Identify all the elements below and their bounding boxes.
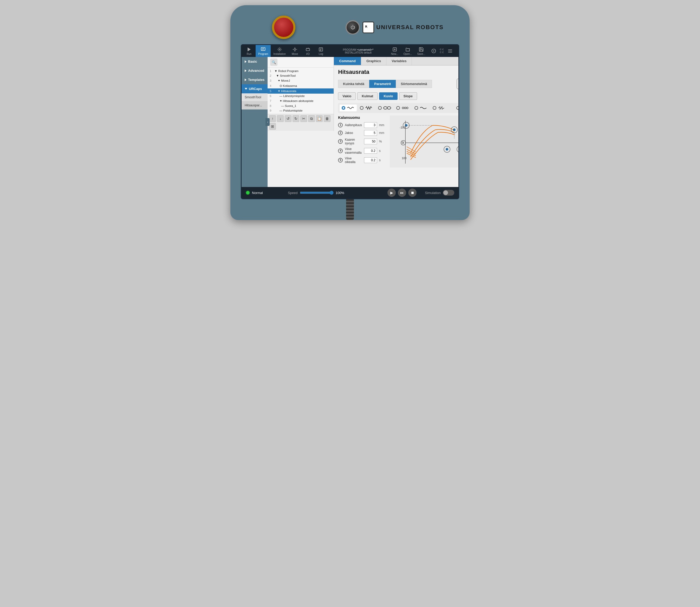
nav-new-btn[interactable]: New... bbox=[389, 46, 400, 56]
tree-row[interactable]: 7 ✦ Hitsauksen aloituspiste bbox=[268, 98, 334, 104]
tree-toolbar: ↑ ↓ ↺ ↻ ✂ ⧉ 📋 🗑 ⊞ bbox=[268, 114, 334, 131]
tree-row[interactable]: 1 ▼ Robot Program bbox=[268, 69, 334, 74]
tab-command[interactable]: Command bbox=[334, 57, 361, 65]
param-num-2: 2 bbox=[338, 130, 343, 135]
param-row-4: 4 Viive vasemmalla s bbox=[338, 147, 385, 154]
param-label-5: Viive oikealla bbox=[345, 156, 362, 164]
svg-text:5: 5 bbox=[459, 148, 459, 151]
tree-move-up-btn[interactable]: ↑ bbox=[269, 115, 276, 122]
param-num-4: 4 bbox=[338, 148, 343, 153]
ur-logo-area: ᴿ UNIVERSAL ROBOTS bbox=[362, 22, 444, 33]
tablet-top-section: ⏻ ᴿ UNIVERSAL ROBOTS bbox=[241, 13, 459, 44]
tree-copy-btn[interactable]: ⧉ bbox=[308, 115, 315, 122]
tree-row[interactable]: 8 — Suora_1 bbox=[268, 104, 334, 108]
sub-tab-parameters[interactable]: Parametrit bbox=[369, 80, 396, 88]
tablet-device: ⏻ ᴿ UNIVERSAL ROBOTS Run bbox=[230, 5, 470, 220]
smooth-robotics-logo: Smooth Robotics bbox=[457, 79, 459, 89]
sidebar-item-advanced[interactable]: Advanced bbox=[241, 66, 268, 75]
tree-paste-btn[interactable]: 📋 bbox=[316, 115, 323, 122]
nav-open-btn[interactable]: Open... bbox=[402, 46, 414, 56]
tab-variables[interactable]: Variables bbox=[386, 57, 412, 65]
tablet-bottom bbox=[241, 199, 459, 220]
fishbone-diagram: -100 0 100 3 1 bbox=[390, 116, 459, 167]
svg-rect-7 bbox=[306, 48, 310, 50]
param-num-1: 1 bbox=[338, 123, 343, 127]
sidebar-sub-hitsauspar[interactable]: Hitsauspar... bbox=[241, 101, 268, 109]
collapse-tree-left[interactable]: ‹ bbox=[266, 118, 270, 126]
tree-delete-btn[interactable]: 🗑 bbox=[324, 115, 331, 122]
status-bar: Normal Speed 100% ▶ ⏭ ⏹ Simulation bbox=[241, 187, 459, 198]
sidebar-item-urcaps[interactable]: URCaps bbox=[241, 84, 268, 93]
nav-run[interactable]: Run bbox=[242, 45, 256, 57]
speed-section: Speed 100% bbox=[288, 191, 344, 195]
nav-save-btn[interactable]: Save... bbox=[415, 46, 427, 56]
radio-4 bbox=[396, 106, 400, 110]
variant-slope[interactable]: Slope bbox=[399, 92, 417, 100]
tree-row[interactable]: 3 ✦ MoveJ bbox=[268, 78, 334, 83]
nav-log[interactable]: Log bbox=[314, 45, 327, 57]
variant-vakio[interactable]: Vakio bbox=[338, 92, 356, 100]
sidebar-item-basic[interactable]: Basic bbox=[241, 57, 268, 66]
svg-rect-28 bbox=[390, 116, 459, 167]
skip-button[interactable]: ⏭ bbox=[398, 189, 406, 197]
variant-kulmat[interactable]: Kulmat bbox=[357, 92, 378, 100]
weld-pattern-4[interactable] bbox=[394, 105, 411, 111]
weld-pattern-2[interactable] bbox=[358, 105, 375, 111]
tree-row[interactable]: 2 ▼ SmoothTool bbox=[268, 74, 334, 78]
nav-installation[interactable]: Installation bbox=[271, 45, 289, 57]
params-section: Kalansuomu 1 Aallonpituus mm bbox=[338, 116, 385, 167]
weld-pattern-3[interactable] bbox=[376, 105, 393, 111]
radio-3 bbox=[378, 106, 382, 110]
tree-row-highlighted[interactable]: 5 ✦ Hitsausrata bbox=[268, 88, 334, 93]
speed-slider[interactable] bbox=[300, 191, 334, 195]
panel-title: Hitsausrata bbox=[338, 69, 459, 76]
sidebar-sub-smoothtool[interactable]: SmoothTool bbox=[241, 93, 268, 101]
param-row-1: 1 Aallonpituus mm bbox=[338, 122, 385, 128]
nav-menu-btn[interactable] bbox=[445, 48, 455, 54]
top-nav-bar: Run Program Installation Move I/O bbox=[241, 45, 459, 57]
tab-graphics[interactable]: Graphics bbox=[361, 57, 386, 65]
tree-redo-btn[interactable]: ↻ bbox=[293, 115, 299, 122]
simulation-label: Simulation bbox=[425, 191, 441, 195]
nav-move[interactable]: Move bbox=[289, 45, 301, 57]
tree-row[interactable]: 6 — Lähestymispiste bbox=[268, 93, 334, 98]
nav-program[interactable]: Program bbox=[256, 45, 271, 57]
weld-pattern-1[interactable] bbox=[340, 105, 357, 111]
nav-io[interactable]: I/O bbox=[301, 45, 314, 57]
nav-plus-btn[interactable] bbox=[428, 48, 439, 54]
tree-row[interactable]: 9 — Poistumispiste bbox=[268, 108, 334, 113]
simulation-toggle[interactable] bbox=[443, 190, 454, 195]
diagram-area: -100 0 100 3 1 bbox=[390, 116, 459, 167]
weld-pattern-5[interactable] bbox=[412, 105, 429, 111]
param-input-2[interactable] bbox=[364, 130, 377, 136]
tree-move-down-btn[interactable]: ↓ bbox=[277, 115, 284, 122]
param-unit-4: s bbox=[379, 149, 386, 153]
tree-undo-btn[interactable]: ↺ bbox=[285, 115, 292, 122]
param-input-1[interactable] bbox=[364, 122, 377, 128]
svg-marker-1 bbox=[248, 47, 251, 51]
sub-tab-transfer[interactable]: Siirtomenetelmä bbox=[396, 80, 432, 88]
param-label-2: Jakso bbox=[345, 131, 362, 135]
tree-grid-btn[interactable]: ⊞ bbox=[269, 123, 276, 130]
play-button[interactable]: ▶ bbox=[387, 189, 396, 197]
param-input-5[interactable] bbox=[364, 158, 377, 163]
weld-pattern-7[interactable] bbox=[454, 105, 459, 111]
templates-arrow-icon bbox=[245, 79, 247, 81]
emergency-stop-button[interactable] bbox=[272, 16, 295, 39]
params-diagram-area: Kalansuomu 1 Aallonpituus mm bbox=[338, 116, 459, 167]
power-button[interactable]: ⏻ bbox=[345, 20, 360, 35]
nav-icon-group: Run Program Installation Move I/O bbox=[242, 45, 327, 57]
param-input-4[interactable] bbox=[364, 148, 377, 154]
tree-cut-btn[interactable]: ✂ bbox=[300, 115, 307, 122]
param-row-2: 2 Jakso mm bbox=[338, 130, 385, 136]
main-content-area: Basic Advanced Templates URCaps SmoothTo… bbox=[241, 57, 459, 187]
param-input-3[interactable] bbox=[364, 139, 377, 144]
tree-search-button[interactable]: 🔍 bbox=[270, 59, 277, 66]
variant-kuvio[interactable]: Kuvio bbox=[379, 92, 397, 100]
param-row-5: 5 Viive oikealla s bbox=[338, 156, 385, 164]
tree-row[interactable]: 4 ⊙ Kotiasema bbox=[268, 83, 334, 88]
sub-tab-how-to[interactable]: Kuinka tehdä bbox=[338, 80, 369, 88]
stop-button[interactable]: ⏹ bbox=[408, 189, 417, 197]
sidebar-item-templates[interactable]: Templates bbox=[241, 75, 268, 84]
weld-pattern-6[interactable] bbox=[431, 105, 448, 111]
